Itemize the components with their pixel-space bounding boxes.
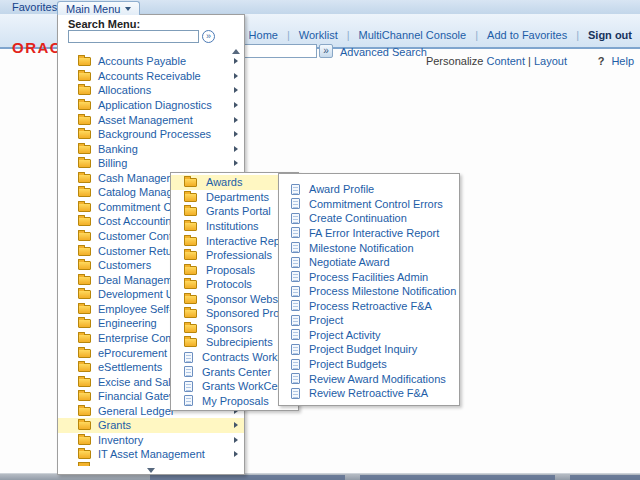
submenu-arrow-icon — [234, 87, 238, 93]
menu-item[interactable]: Process Retroactive F&A — [279, 299, 459, 314]
personalize-content-link[interactable]: Content — [486, 55, 525, 67]
menu-search-go-button[interactable]: » — [202, 30, 215, 43]
menu-item-label: Accounts Payable — [98, 55, 186, 67]
worklist-link[interactable]: Worklist — [299, 29, 338, 41]
menu-item[interactable]: Accounts Receivable — [58, 69, 244, 84]
page-icon — [291, 359, 300, 370]
menu-item[interactable]: Negotiate Award — [279, 255, 459, 270]
menu-item[interactable]: Process Milestone Notification — [279, 284, 459, 299]
page-icon — [291, 329, 300, 340]
page-icon — [184, 395, 193, 406]
page-icon — [291, 344, 300, 355]
page-icon — [291, 242, 300, 253]
menu-item[interactable]: Application Diagnostics — [58, 98, 244, 113]
menu-item-label: Commitment Control Errors — [309, 198, 443, 210]
personalize-layout-link[interactable]: Layout — [534, 55, 567, 67]
personalize-label: Personalize — [426, 55, 483, 67]
menu-item[interactable]: Accounts Payable — [58, 54, 244, 69]
taskbar-segment — [570, 475, 640, 480]
chevron-down-icon — [125, 7, 131, 11]
folder-icon — [78, 421, 91, 430]
folder-icon — [78, 319, 91, 328]
page-icon — [184, 381, 193, 392]
menu-item[interactable]: Project Budget Inquiry — [279, 342, 459, 357]
folder-icon — [78, 450, 91, 459]
advanced-search-link[interactable]: Advanced Search — [340, 46, 427, 58]
menu-item[interactable]: Review Award Modifications — [279, 371, 459, 386]
menu-item-label: Subrecipients — [206, 336, 273, 348]
menu-item[interactable]: Project — [279, 313, 459, 328]
menu-item[interactable]: Project Activity — [279, 328, 459, 343]
scroll-down-strip[interactable] — [58, 466, 244, 474]
application-window: Favorites Main Menu ORACLE Home | Workli… — [0, 0, 640, 480]
menu-item-label: Sponsors — [206, 322, 252, 334]
menu-item-label: Departments — [206, 191, 269, 203]
menu-item-label: Negotiate Award — [309, 256, 390, 268]
folder-icon — [184, 207, 197, 216]
help-link[interactable]: Help — [611, 55, 634, 67]
submenu-arrow-icon — [234, 422, 238, 428]
top-navigation: Home | Worklist | MultiChannel Console |… — [249, 29, 632, 41]
submenu-arrow-icon — [234, 131, 238, 137]
submenu-arrow-icon — [234, 58, 238, 64]
add-to-favorites-link[interactable]: Add to Favorites — [487, 29, 567, 41]
menu-item[interactable]: IT Asset Management — [58, 447, 244, 462]
folder-icon — [78, 290, 91, 299]
page-icon — [291, 373, 300, 384]
folder-icon — [184, 222, 197, 231]
page-icon — [184, 352, 193, 363]
menu-item-label: Billing — [98, 157, 127, 169]
submenu-arrow-icon — [234, 146, 238, 152]
folder-icon — [78, 57, 91, 66]
menu-item-label: Proposals — [206, 264, 255, 276]
nav-separator: | — [287, 29, 290, 41]
folder-icon — [184, 251, 197, 260]
menu-item-label: Allocations — [98, 84, 151, 96]
menu-item[interactable]: Allocations — [58, 83, 244, 98]
menu-item-label: Engineering — [98, 317, 157, 329]
folder-icon — [78, 203, 91, 212]
menu-item-label: Create Continuation — [309, 212, 407, 224]
menu-item-label: eSettlements — [98, 361, 162, 373]
menu-item[interactable]: Billing — [58, 156, 244, 171]
submenu-arrow-icon — [234, 451, 238, 457]
menu-item[interactable]: Award Profile — [279, 182, 459, 197]
global-search-go-button[interactable]: » — [319, 44, 333, 58]
menu-search-input[interactable] — [68, 30, 199, 43]
menu-item-label: Process Facilities Admin — [309, 271, 428, 283]
folder-icon — [78, 378, 91, 387]
menu-item[interactable]: Commitment Control Errors — [279, 197, 459, 212]
folder-icon — [184, 295, 197, 304]
menu-item[interactable]: Review Retroactive F&A — [279, 386, 459, 401]
menu-item[interactable]: Project Budgets — [279, 357, 459, 372]
menu-item-label: Project — [309, 314, 343, 326]
menu-item-label: Review Award Modifications — [309, 373, 446, 385]
menu-item[interactable]: Process Facilities Admin — [279, 269, 459, 284]
main-menu-tab[interactable]: Main Menu — [57, 1, 140, 15]
menu-item-label: Inventory — [98, 434, 143, 446]
menu-item[interactable]: FA Error Interactive Report — [279, 226, 459, 241]
folder-icon — [78, 130, 91, 139]
menu-item-label: General Ledger — [98, 405, 174, 417]
folder-icon — [78, 407, 91, 416]
menu-item[interactable]: Inventory — [58, 433, 244, 448]
folder-icon — [78, 217, 91, 226]
menu-item[interactable]: Banking — [58, 141, 244, 156]
menu-item-label: Accounts Receivable — [98, 70, 201, 82]
home-link[interactable]: Home — [249, 29, 278, 41]
menu-item[interactable]: Create Continuation — [279, 211, 459, 226]
menu-item[interactable]: Background Processes — [58, 127, 244, 142]
menu-item[interactable]: Asset Management — [58, 112, 244, 127]
folder-icon — [184, 237, 197, 246]
submenu-arrow-icon — [234, 160, 238, 166]
folder-icon — [184, 338, 197, 347]
menu-item-label: Awards — [206, 176, 242, 188]
help-bar: ? Help — [598, 55, 634, 67]
menu-item[interactable]: Milestone Notification — [279, 240, 459, 255]
menu-item-label: Cost Accounting — [98, 215, 178, 227]
sign-out-link[interactable]: Sign out — [588, 29, 632, 41]
multichannel-console-link[interactable]: MultiChannel Console — [359, 29, 467, 41]
page-icon — [291, 184, 300, 195]
page-icon — [184, 366, 193, 377]
menu-item[interactable]: Grants — [58, 418, 244, 433]
